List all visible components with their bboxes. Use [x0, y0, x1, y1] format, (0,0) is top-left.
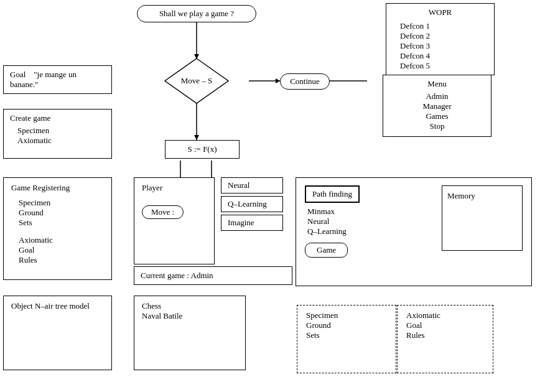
create-game-item-2: Axiomatic: [17, 136, 105, 146]
memory-label: Memory: [447, 191, 475, 200]
svg-text:Move – S: Move – S: [181, 76, 213, 85]
qlearning-button[interactable]: Q–Learning: [221, 196, 283, 212]
gr-item-5: Goal: [19, 245, 104, 255]
sg-item-1: Specimen: [306, 310, 387, 320]
chess-box: Chess Naval Batile: [134, 296, 246, 370]
ar-item-2: Goal: [406, 320, 484, 330]
game-button[interactable]: Game: [305, 243, 348, 258]
menu-box: Menu Admin Manager Games Stop: [383, 75, 491, 137]
neural-buttons-area: Neural Q–Learning Imagine: [221, 177, 283, 231]
sg-item-3: Sets: [306, 330, 387, 340]
menu-item-4: Stop: [389, 121, 485, 131]
object-model-label: Object N–air tree model: [11, 301, 90, 310]
wopr-item-4: Defcon 4: [400, 51, 488, 61]
create-game-label: Create game: [10, 113, 105, 123]
create-game-item-1: Specimen: [17, 126, 105, 136]
menu-label: Menu: [389, 79, 485, 89]
goal-label: Goal: [10, 70, 26, 79]
memory-box: Memory: [442, 185, 523, 251]
game-registering-label: Game Registering: [11, 183, 104, 193]
player-box: Player Move :: [134, 177, 215, 264]
gr-item-1: Specimen: [19, 198, 104, 208]
current-game-label: Current game : Admin: [141, 271, 213, 280]
pf-item-2: Minmax: [307, 207, 404, 217]
object-model-box: Object N–air tree model: [3, 296, 112, 370]
diamond-shape: Move – S: [164, 57, 230, 105]
wopr-item-2: Defcon 2: [400, 31, 488, 41]
gr-item-6: Rules: [19, 255, 104, 265]
goal-box: Goal "je mange un banane.": [3, 65, 112, 94]
pf-item-4: Q–Learning: [307, 226, 404, 236]
continue-box[interactable]: Continue: [280, 73, 330, 90]
diamond-container: Move – S: [164, 57, 230, 105]
chess-item-2: Naval Batile: [142, 311, 238, 321]
pathfinding-memory-box: Path finding Minmax Neural Q–Learning Ga…: [296, 177, 532, 286]
imagine-button[interactable]: Imagine: [221, 215, 283, 231]
sg-item-2: Ground: [306, 320, 387, 330]
specimen-ground-box: Specimen Ground Sets: [297, 305, 396, 373]
gr-item-4: Axiomatic: [19, 235, 104, 245]
title-text: Shall we play a game ?: [159, 9, 234, 18]
menu-item-1: Admin: [389, 91, 485, 101]
chess-item-1: Chess: [142, 301, 238, 311]
current-game-box: Current game : Admin: [134, 266, 292, 285]
move-label: Move :: [151, 207, 174, 217]
wopr-label: WOPR: [393, 7, 488, 17]
wopr-item-3: Defcon 3: [400, 41, 488, 51]
player-label: Player: [142, 183, 207, 193]
game-registering-box: Game Registering Specimen Ground Sets Ax…: [3, 177, 112, 280]
neural-button[interactable]: Neural: [221, 177, 283, 194]
menu-item-3: Games: [389, 111, 485, 121]
ar-item-3: Rules: [406, 330, 484, 340]
title-box: Shall we play a game ?: [137, 5, 256, 22]
create-game-box: Create game Specimen Axiomatic: [3, 109, 112, 159]
wopr-item-5: Defcon 5: [400, 61, 488, 71]
pf-item-3: Neural: [307, 217, 404, 226]
gr-item-2: Ground: [19, 208, 104, 218]
sfx-box: S := F(x): [165, 140, 240, 159]
sfx-label: S := F(x): [187, 144, 217, 154]
diagram: Shall we play a game ? WOPR Defcon 1 Def…: [0, 0, 545, 392]
wopr-box: WOPR Defcon 1 Defcon 2 Defcon 3 Defcon 4…: [386, 3, 495, 75]
svg-marker-6: [194, 135, 199, 140]
menu-item-2: Manager: [389, 101, 485, 111]
svg-marker-3: [276, 78, 280, 83]
move-button[interactable]: Move :: [142, 205, 184, 219]
pathfinding-area: Path finding Minmax Neural Q–Learning Ga…: [305, 185, 404, 258]
gr-item-3: Sets: [19, 218, 104, 228]
ar-item-1: Axiomatic: [406, 310, 484, 320]
pathfinding-label: Path finding: [305, 185, 360, 203]
wopr-item-1: Defcon 1: [400, 21, 488, 31]
axiomatic-rules-box: Axiomatic Goal Rules: [397, 305, 493, 373]
continue-label: Continue: [290, 77, 320, 86]
